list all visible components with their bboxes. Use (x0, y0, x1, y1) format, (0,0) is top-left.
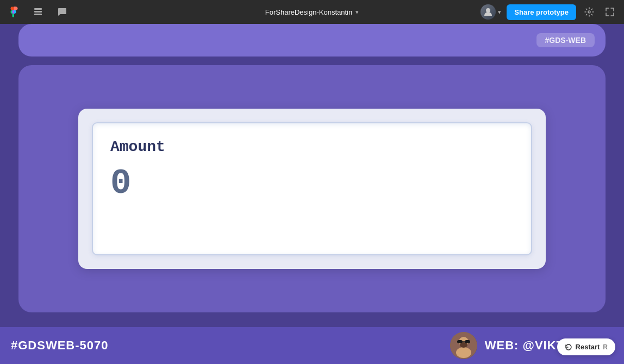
svg-rect-7 (34, 14, 42, 15)
chevron-down-icon: ▾ (355, 9, 359, 16)
svg-point-12 (456, 347, 471, 358)
avatar-chevron-icon: ▾ (498, 9, 501, 16)
hashtag-label: #GDSWEB-5070 (11, 338, 109, 353)
file-title: ForShareDesign-Konstantin (265, 8, 352, 16)
svg-point-9 (588, 11, 590, 13)
comment-icon[interactable] (54, 4, 70, 20)
toolbar: ForShareDesign-Konstantin ▾ ▾ Share prot… (0, 0, 624, 24)
toolbar-left (7, 4, 70, 20)
top-card-partial: #GDS-WEB (18, 24, 606, 57)
bottom-bar: #GDSWEB-5070 WEB: @VIKTOR.SEC (0, 327, 624, 364)
web-avatar (450, 332, 477, 359)
svg-rect-1 (13, 7, 14, 10)
svg-rect-4 (13, 14, 14, 17)
share-prototype-button[interactable]: Share prototype (507, 4, 576, 20)
amount-inner: Amount 0 (92, 122, 532, 255)
svg-rect-3 (13, 10, 14, 14)
figma-logo[interactable] (7, 4, 22, 20)
svg-rect-2 (14, 7, 16, 10)
restart-label: Restart (576, 343, 600, 351)
svg-point-8 (486, 8, 490, 12)
settings-icon[interactable] (582, 4, 597, 20)
avatar (481, 4, 496, 20)
restart-button[interactable]: Restart R (557, 338, 615, 355)
amount-value: 0 (110, 166, 514, 201)
svg-rect-15 (465, 340, 470, 343)
restart-key: R (603, 343, 608, 351)
amount-frame: Amount 0 (78, 109, 546, 269)
toolbar-right: ▾ Share prototype (481, 4, 617, 20)
user-avatar-area[interactable]: ▾ (481, 4, 501, 20)
main-card: Amount 0 (18, 65, 606, 312)
amount-label: Amount (110, 139, 514, 155)
expand-icon[interactable] (602, 4, 617, 20)
layers-icon[interactable] (30, 4, 46, 20)
svg-rect-14 (457, 340, 463, 343)
file-title-area[interactable]: ForShareDesign-Konstantin ▾ (265, 8, 359, 16)
canvas-area: #GDS-WEB Amount 0 #GDSWEB-5070 (0, 24, 624, 364)
svg-rect-6 (34, 11, 42, 12)
top-card-label: #GDS-WEB (536, 33, 595, 47)
svg-rect-5 (34, 8, 42, 10)
